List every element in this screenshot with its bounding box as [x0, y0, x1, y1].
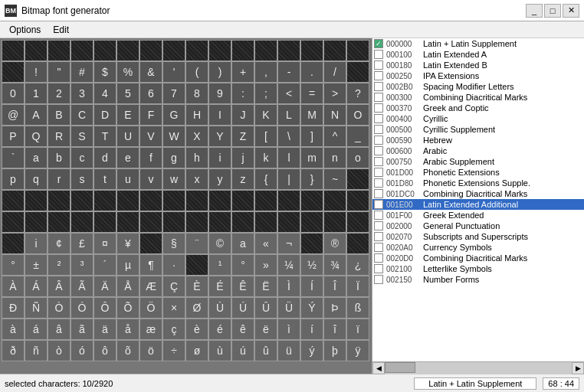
char-cell[interactable]: ñ — [25, 340, 48, 361]
char-cell[interactable]: ° — [231, 254, 254, 276]
char-cell[interactable]: [ — [254, 126, 277, 147]
char-cell[interactable]: c — [71, 147, 94, 168]
char-cell[interactable]: Õ — [116, 297, 139, 318]
char-cell[interactable]: ² — [48, 254, 71, 276]
char-cell[interactable]: P — [2, 126, 25, 147]
sidebar-item-17[interactable]: 002000General Punctuation — [372, 220, 584, 231]
sidebar-checkbox[interactable] — [374, 146, 383, 155]
char-cell[interactable]: L — [277, 104, 300, 126]
char-cell[interactable]: } — [300, 168, 323, 190]
char-cell[interactable]: Â — [48, 276, 71, 297]
char-cell[interactable]: H — [185, 104, 208, 126]
char-cell[interactable]: q — [25, 168, 48, 190]
char-cell[interactable]: | — [277, 168, 300, 190]
char-cell[interactable]: ' — [162, 61, 185, 83]
sidebar-item-4[interactable]: 0002B0Spacing Modifier Letters — [372, 81, 584, 92]
char-cell[interactable]: k — [254, 147, 277, 168]
char-cell[interactable]: i — [25, 233, 48, 254]
char-cell[interactable]: + — [231, 61, 254, 83]
char-cell[interactable]: @ — [2, 104, 25, 126]
char-cell[interactable] — [346, 233, 369, 254]
char-cell[interactable] — [48, 190, 71, 211]
char-cell[interactable] — [139, 211, 162, 233]
sidebar-item-7[interactable]: 000400Cyrillic — [372, 113, 584, 124]
char-cell[interactable]: Ö — [139, 297, 162, 318]
char-cell[interactable]: N — [323, 104, 346, 126]
char-cell[interactable]: É — [208, 276, 231, 297]
char-cell[interactable]: D — [94, 104, 116, 126]
sidebar-item-5[interactable]: 000300Combining Diacritical Marks — [372, 92, 584, 103]
horizontal-scroll-area[interactable]: ◀ ▶ — [372, 361, 584, 374]
char-cell[interactable]: h — [185, 147, 208, 168]
char-cell[interactable]: - — [277, 61, 300, 83]
char-cell[interactable]: õ — [116, 340, 139, 361]
char-cell[interactable]: â — [48, 318, 71, 340]
char-cell[interactable]: è — [185, 318, 208, 340]
char-cell[interactable]: m — [300, 147, 323, 168]
sidebar-checkbox[interactable] — [374, 168, 383, 177]
char-cell[interactable]: _ — [346, 126, 369, 147]
char-cell[interactable]: Á — [25, 276, 48, 297]
char-cell[interactable]: i — [208, 147, 231, 168]
sidebar-item-11[interactable]: 000750Arabic Supplement — [372, 156, 584, 167]
sidebar-item-16[interactable]: 001F00Greek Extended — [372, 210, 584, 220]
char-cell[interactable]: 8 — [185, 83, 208, 104]
sidebar-checkbox[interactable] — [374, 157, 383, 166]
char-cell[interactable]: ô — [94, 340, 116, 361]
char-cell[interactable]: Ê — [231, 276, 254, 297]
char-cell[interactable] — [116, 190, 139, 211]
char-cell[interactable]: © — [208, 233, 231, 254]
char-cell[interactable]: p — [2, 168, 25, 190]
char-cell[interactable]: à — [2, 318, 25, 340]
char-cell[interactable]: Z — [231, 126, 254, 147]
sidebar-checkbox[interactable] — [374, 71, 383, 80]
minimize-button[interactable]: _ — [526, 4, 543, 18]
char-cell[interactable]: Y — [208, 126, 231, 147]
char-cell[interactable]: a — [25, 147, 48, 168]
scroll-right-button[interactable]: ▶ — [572, 362, 584, 374]
char-cell[interactable]: Ë — [254, 276, 277, 297]
char-cell[interactable]: Î — [323, 276, 346, 297]
char-cell[interactable] — [94, 190, 116, 211]
char-cell[interactable] — [231, 190, 254, 211]
menu-edit[interactable]: Edit — [47, 23, 75, 37]
sidebar-checkbox[interactable] — [374, 82, 383, 91]
char-cell[interactable]: Ý — [300, 297, 323, 318]
sidebar-item-0[interactable]: 000000Latin + Latin Supplement — [372, 38, 584, 49]
char-cell[interactable] — [71, 40, 94, 61]
char-cell[interactable] — [277, 211, 300, 233]
char-cell[interactable] — [162, 40, 185, 61]
sidebar-item-15[interactable]: 001E00Latin Extended Additional — [372, 199, 584, 210]
char-cell[interactable]: ³ — [71, 254, 94, 276]
char-cell[interactable]: Ù — [208, 297, 231, 318]
char-cell[interactable]: I — [208, 104, 231, 126]
char-cell[interactable]: ø — [185, 340, 208, 361]
char-cell[interactable] — [208, 211, 231, 233]
char-cell[interactable] — [25, 211, 48, 233]
char-cell[interactable]: w — [162, 168, 185, 190]
char-cell[interactable]: î — [323, 318, 346, 340]
char-cell[interactable]: « — [254, 233, 277, 254]
char-cell[interactable]: ¶ — [139, 254, 162, 276]
char-cell[interactable] — [94, 40, 116, 61]
char-cell[interactable]: v — [139, 168, 162, 190]
char-cell[interactable]: ¬ — [277, 233, 300, 254]
char-cell[interactable]: y — [208, 168, 231, 190]
sidebar-item-10[interactable]: 000600Arabic — [372, 145, 584, 156]
char-cell[interactable]: M — [300, 104, 323, 126]
char-cell[interactable]: Ü — [277, 297, 300, 318]
char-cell[interactable]: 9 — [208, 83, 231, 104]
char-cell[interactable] — [25, 190, 48, 211]
char-cell[interactable]: 6 — [139, 83, 162, 104]
char-cell[interactable]: = — [300, 83, 323, 104]
char-cell[interactable]: { — [254, 168, 277, 190]
char-cell[interactable]: g — [162, 147, 185, 168]
char-cell[interactable] — [277, 190, 300, 211]
char-cell[interactable]: Ñ — [25, 297, 48, 318]
char-cell[interactable]: " — [48, 61, 71, 83]
char-cell[interactable]: Ð — [2, 297, 25, 318]
char-cell[interactable]: $ — [94, 61, 116, 83]
char-cell[interactable]: Ò — [48, 297, 71, 318]
char-cell[interactable]: ; — [254, 83, 277, 104]
char-cell[interactable]: » — [254, 254, 277, 276]
